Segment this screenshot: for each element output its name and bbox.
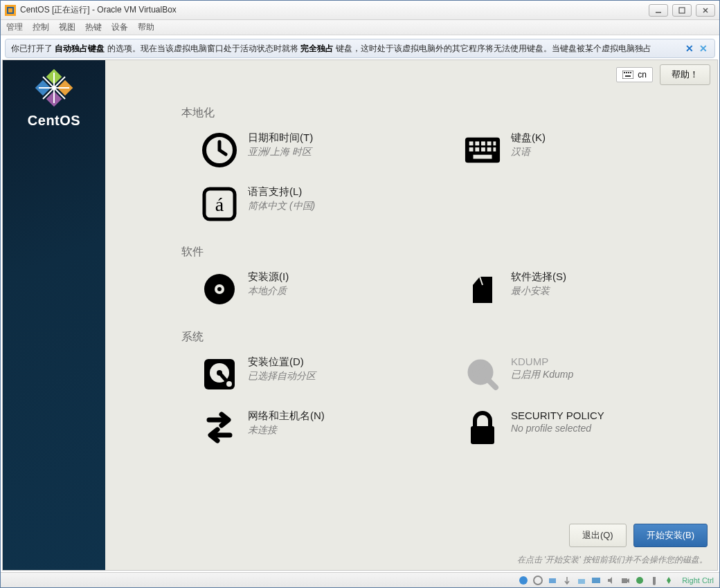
spoke-status: 最小安装	[511, 285, 566, 297]
spoke-status: 简体中文 (中国)	[248, 200, 315, 212]
svg-rect-16	[475, 141, 479, 145]
spoke-security-policy[interactable]: SECURITY POLICY No profile selected	[444, 405, 680, 459]
harddisk-icon	[201, 356, 238, 393]
svg-point-43	[636, 577, 643, 584]
status-net-icon[interactable]	[547, 575, 558, 586]
minimize-button[interactable]	[649, 4, 668, 17]
keyboard-layout-label: cn	[638, 70, 647, 80]
svg-rect-24	[493, 147, 496, 151]
spoke-datetime[interactable]: 日期和时间(T) 亚洲/上海 时区	[181, 127, 417, 181]
svg-rect-2	[679, 8, 685, 13]
svg-rect-20	[469, 147, 474, 151]
banner-dismiss-icon[interactable]: ✕	[684, 43, 695, 54]
menu-device[interactable]: 设备	[111, 21, 128, 33]
spoke-software-selection[interactable]: 软件选择(S) 最小安装	[444, 266, 680, 320]
close-button[interactable]	[696, 4, 715, 17]
quit-button[interactable]: 退出(Q)	[569, 524, 627, 547]
spoke-installation-destination[interactable]: 安装位置(D) 已选择自动分区	[181, 351, 417, 405]
spoke-network[interactable]: 网络和主机名(N) 未连接	[181, 405, 417, 459]
spoke-status: 亚洲/上海 时区	[248, 146, 313, 158]
status-mouse-icon[interactable]	[649, 575, 660, 586]
svg-rect-40	[578, 579, 585, 584]
status-cd-icon[interactable]	[532, 575, 543, 586]
virtualbox-window: CentOS [正在运行] - Oracle VM VirtualBox 管理 …	[0, 0, 720, 588]
spoke-status: No profile selected	[511, 423, 604, 434]
spoke-title: 日期和时间(T)	[248, 131, 313, 145]
language-icon: á	[201, 185, 238, 223]
svg-rect-21	[475, 147, 479, 151]
keyboard-icon	[622, 71, 633, 79]
spoke-installation-source[interactable]: 安装源(I) 本地介质	[181, 266, 417, 320]
spoke-status: 汉语	[511, 146, 546, 158]
spoke-status: 本地介质	[248, 285, 289, 297]
section-software: 软件	[181, 245, 703, 259]
footer-hint: 在点击 '开始安装' 按钮前我们并不会操作您的磁盘。	[105, 554, 717, 570]
menu-help[interactable]: 帮助	[138, 21, 154, 33]
svg-rect-36	[471, 426, 494, 444]
spoke-title: 语言支持(L)	[248, 185, 315, 199]
section-system: 系统	[181, 330, 703, 344]
menu-view[interactable]: 视图	[59, 21, 75, 33]
spoke-title: SECURITY POLICY	[511, 410, 604, 421]
svg-point-30	[217, 287, 222, 291]
svg-text:á: á	[215, 194, 224, 215]
hostkey-label: Right Ctrl	[682, 576, 714, 585]
window-title: CentOS [正在运行] - Oracle VM VirtualBox	[20, 4, 649, 16]
spoke-status: 未连接	[248, 424, 325, 437]
topbar: cn 帮助！	[105, 60, 717, 89]
help-button[interactable]: 帮助！	[660, 64, 710, 85]
svg-rect-18	[487, 141, 492, 145]
status-record-icon[interactable]	[634, 575, 645, 586]
lock-icon	[464, 410, 501, 447]
anaconda-installer: CentOS cn 帮助！ 本地化	[2, 59, 718, 571]
menubar: 管理 控制 视图 热键 设备 帮助	[1, 20, 719, 35]
svg-rect-12	[625, 75, 631, 77]
status-hdd-icon[interactable]	[518, 575, 529, 586]
keyboard-large-icon	[464, 131, 501, 169]
spoke-kdump[interactable]: KDUMP 已启用 Kdump	[444, 351, 680, 405]
spoke-status: 已选择自动分区	[248, 370, 316, 383]
sidebar: CentOS	[3, 60, 105, 570]
status-camera-icon[interactable]	[620, 575, 631, 586]
spoke-title: KDUMP	[511, 356, 573, 367]
disc-icon	[201, 270, 238, 308]
summary-content: 本地化 日期和时间(T) 亚洲/上海 时区	[105, 89, 717, 511]
footer: 退出(Q) 开始安装(B)	[105, 511, 717, 554]
status-keyboard-icon[interactable]	[663, 575, 674, 586]
svg-rect-42	[622, 578, 627, 583]
status-share-icon[interactable]	[576, 575, 587, 586]
app-icon	[5, 5, 16, 16]
svg-rect-25	[474, 155, 492, 159]
package-icon	[464, 270, 501, 308]
centos-logo-icon	[33, 67, 75, 109]
statusbar: Right Ctrl	[1, 572, 719, 587]
svg-rect-17	[481, 141, 485, 145]
svg-rect-15	[469, 141, 474, 145]
svg-rect-41	[592, 578, 600, 583]
menu-manage[interactable]: 管理	[6, 21, 23, 33]
status-audio-icon[interactable]	[605, 575, 616, 586]
menu-control[interactable]: 控制	[33, 21, 49, 33]
spoke-title: 软件选择(S)	[511, 270, 566, 284]
menu-hotkey[interactable]: 热键	[85, 21, 102, 33]
titlebar: CentOS [正在运行] - Oracle VM VirtualBox	[1, 1, 719, 20]
svg-rect-10	[628, 72, 629, 73]
spoke-status: 已启用 Kdump	[511, 369, 573, 381]
status-display-icon[interactable]	[591, 575, 602, 586]
svg-rect-9	[626, 72, 627, 73]
kdump-icon	[464, 356, 501, 393]
begin-install-button[interactable]: 开始安装(B)	[633, 524, 708, 547]
brand-name: CentOS	[28, 113, 80, 129]
spoke-title: 键盘(K)	[511, 131, 546, 145]
spoke-language[interactable]: á 语言支持(L) 简体中文 (中国)	[181, 181, 417, 235]
spoke-keyboard[interactable]: 键盘(K) 汉语	[444, 127, 680, 181]
svg-rect-19	[493, 141, 496, 145]
status-usb-icon[interactable]	[561, 575, 573, 586]
svg-point-38	[534, 576, 542, 585]
keyboard-capture-banner: 你已打开了 自动独占键盘 的选项。现在当该虚拟电脑窗口处于活动状态时就将 完全独…	[5, 39, 715, 58]
banner-dismiss-all-icon[interactable]: ✕	[698, 43, 709, 54]
spoke-title: 网络和主机名(N)	[248, 410, 325, 423]
keyboard-layout-indicator[interactable]: cn	[616, 67, 653, 82]
maximize-button[interactable]	[672, 4, 692, 17]
clock-icon	[201, 131, 238, 169]
